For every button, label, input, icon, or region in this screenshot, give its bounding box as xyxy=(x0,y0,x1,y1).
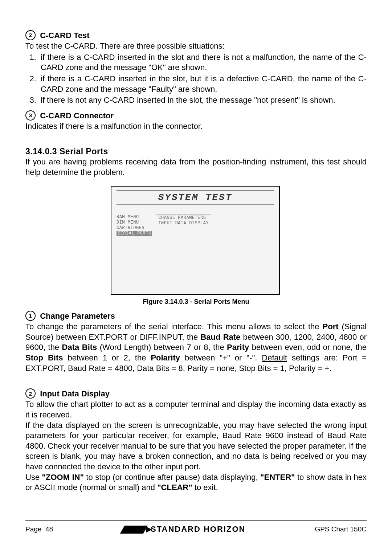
serial-ports-figure: SYSTEM TEST RAM MENU DIM MENU CARTRIDGES… xyxy=(111,186,281,306)
menu-item: CHANGE PARAMETERS xyxy=(158,215,209,221)
menu-item: INPUT DATA DISPLAY xyxy=(158,221,209,226)
ccard-connector-title: C-CARD Connector xyxy=(40,111,114,120)
menu-item: RAM MENU xyxy=(117,215,152,220)
screen-menu-left: RAM MENU DIM MENU CARTRIDGES SERIAL PORT… xyxy=(117,215,152,236)
footer-model: GPS Chart 150C xyxy=(315,525,367,534)
input-data-display-p3: Use "ZOOM IN" to stop (or continue after… xyxy=(25,472,367,493)
circled-number-2: 2 xyxy=(25,30,36,40)
circled-number-3: 3 xyxy=(25,110,36,121)
menu-item: CARTRIDGES xyxy=(117,225,152,231)
serial-ports-heading: 3.14.0.3 Serial Ports xyxy=(25,146,367,157)
page-footer: Page 48 STANDARD HORIZON GPS Chart 150C xyxy=(25,520,367,535)
change-parameters-text: To change the parameters of the serial i… xyxy=(25,322,367,374)
input-data-display-title: Input Data Display xyxy=(40,389,110,398)
input-data-display-heading: 2 Input Data Display xyxy=(25,389,367,399)
ccard-connector-heading: 3 C-CARD Connector xyxy=(25,111,367,121)
screen-title: SYSTEM TEST xyxy=(158,192,233,203)
input-data-display-p2: If the data displayed on the screen is u… xyxy=(25,420,367,472)
ccard-test-intro: To test the C-CARD. There are three poss… xyxy=(25,41,367,52)
brand-logo-icon xyxy=(120,526,148,534)
menu-item: DIM MENU xyxy=(117,220,152,225)
list-item: if there is not any C-CARD inserted in t… xyxy=(38,95,367,106)
change-parameters-heading: 1 Change Parameters xyxy=(25,311,367,322)
screen-title-bar: SYSTEM TEST xyxy=(117,190,274,205)
serial-ports-heading-title: Serial Ports xyxy=(60,147,108,156)
screen-menu-right: CHANGE PARAMETERS INPUT DATA DISPLAY xyxy=(156,215,211,236)
ccard-test-title: C-CARD Test xyxy=(40,31,89,40)
manual-page: 2 C-CARD Test To test the C-CARD. There … xyxy=(0,0,392,555)
footer-brand: STANDARD HORIZON xyxy=(122,524,245,535)
brand-text: STANDARD HORIZON xyxy=(151,524,245,535)
footer-page: Page 48 xyxy=(25,525,53,534)
figure-caption: Figure 3.14.0.3 - Serial Ports Menu xyxy=(111,298,281,306)
serial-ports-heading-num: 3.14.0.3 xyxy=(25,147,57,156)
serial-ports-intro: If you are having problems receiving dat… xyxy=(25,157,367,177)
change-parameters-title: Change Parameters xyxy=(40,311,115,321)
ccard-test-list: if there is a C-CARD inserted in the slo… xyxy=(25,52,367,106)
ccard-test-heading: 2 C-CARD Test xyxy=(25,30,367,41)
input-data-display-p1: To allow the chart plotter to act as a c… xyxy=(25,399,367,420)
circled-number-2b: 2 xyxy=(25,388,36,399)
ccard-connector-text: Indicates if there is a malfunction in t… xyxy=(25,121,367,132)
circled-number-1: 1 xyxy=(25,311,36,321)
menu-item-selected: SERIAL PORTS xyxy=(117,231,152,236)
list-item: if there is a C-CARD inserted in the slo… xyxy=(38,52,367,73)
system-test-screen: SYSTEM TEST RAM MENU DIM MENU CARTRIDGES… xyxy=(111,186,280,295)
list-item: if there is a C-CARD inserted in the slo… xyxy=(38,74,367,94)
